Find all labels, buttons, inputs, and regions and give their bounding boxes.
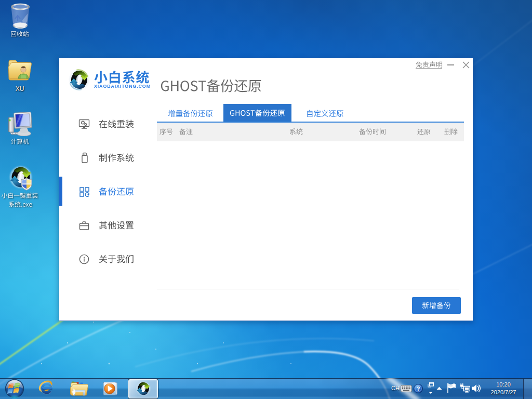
svg-text:?: ?: [417, 385, 420, 392]
